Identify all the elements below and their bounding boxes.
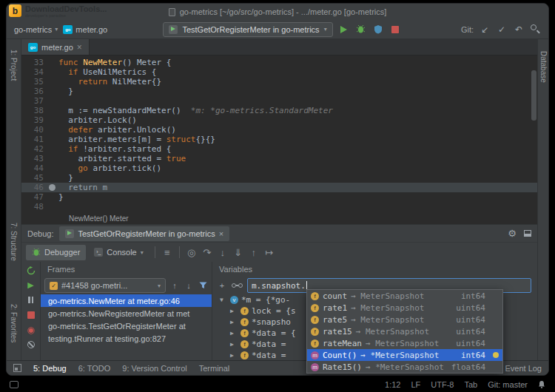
chevron-right-icon[interactable]: ▶ bbox=[230, 352, 238, 359]
chevron-right-icon[interactable]: ▶ bbox=[230, 319, 238, 325]
gutter[interactable] bbox=[47, 163, 58, 173]
gutter[interactable] bbox=[47, 58, 58, 67]
gutter[interactable] bbox=[47, 96, 58, 106]
completion-item[interactable]: mRate15()→ *MeterSnapshotfloat64 bbox=[307, 361, 502, 373]
breakpoint-dot[interactable] bbox=[49, 184, 56, 191]
gutter[interactable] bbox=[47, 106, 58, 115]
line-number[interactable]: 46 bbox=[21, 183, 47, 192]
search-everywhere-icon[interactable] bbox=[530, 24, 541, 35]
chevron-right-icon[interactable]: ▶ bbox=[230, 330, 238, 337]
thread-dropdown[interactable]: ✓ #41458 go-metri... ▾ bbox=[44, 278, 166, 293]
tool-window-button[interactable]: Terminal bbox=[199, 364, 230, 373]
show-execution-point-icon[interactable]: ◎ bbox=[185, 246, 198, 259]
step-over-icon[interactable]: ↷ bbox=[201, 246, 214, 259]
close-icon[interactable]: × bbox=[219, 229, 223, 238]
tool-window-button[interactable]: 5: Debug bbox=[33, 364, 67, 373]
code-line[interactable]: 48 bbox=[21, 202, 537, 212]
title-bar[interactable]: b DownloadDevTools... developer's paradi… bbox=[7, 4, 548, 20]
tool-window-button[interactable]: 6: TODO bbox=[78, 364, 111, 373]
line-number[interactable]: 43 bbox=[21, 154, 47, 163]
line-number[interactable]: 47 bbox=[21, 192, 47, 202]
line-number[interactable]: 38 bbox=[21, 106, 47, 115]
gutter[interactable] bbox=[47, 77, 58, 87]
gutter[interactable] bbox=[47, 67, 58, 77]
status-widget[interactable]: Tab bbox=[464, 380, 477, 389]
step-out-icon[interactable]: ↑ bbox=[247, 246, 260, 259]
tool-window-button[interactable]: Event Log bbox=[505, 364, 542, 373]
code-line[interactable]: 37 bbox=[21, 96, 537, 106]
line-number[interactable]: 33 bbox=[21, 58, 47, 67]
completion-item[interactable]: frate15→ MeterSnapshotuint64 bbox=[307, 325, 502, 337]
line-number[interactable]: 34 bbox=[21, 67, 47, 77]
code-line[interactable]: 41 arbiter.meters[m] = struct{}{} bbox=[21, 135, 537, 144]
code-line[interactable]: 34 if UseNilMetrics { bbox=[21, 67, 537, 77]
layout-settings-icon[interactable]: ≡ bbox=[161, 246, 174, 259]
filter-frames-icon[interactable] bbox=[198, 280, 208, 291]
debug-button[interactable] bbox=[355, 24, 367, 36]
frame-item[interactable]: go-metrics.NewMeter at meter.go:46 bbox=[41, 294, 212, 307]
line-number[interactable]: 41 bbox=[21, 135, 47, 144]
gutter[interactable] bbox=[47, 125, 58, 135]
code-line[interactable]: 44 go arbiter.tick() bbox=[21, 163, 537, 173]
gutter[interactable] bbox=[47, 173, 58, 183]
stop-button[interactable] bbox=[389, 24, 401, 36]
breadcrumb[interactable]: NewMeter() Meter bbox=[21, 212, 537, 224]
code-line[interactable]: 33func NewMeter() Meter { bbox=[21, 58, 537, 67]
code-line[interactable]: 38 m := newStandardMeter() *m: *go-metri… bbox=[21, 106, 537, 115]
code-line[interactable]: 45 } bbox=[21, 173, 537, 183]
gutter[interactable] bbox=[47, 87, 58, 96]
gutter[interactable] bbox=[47, 202, 58, 212]
line-number[interactable]: 40 bbox=[21, 125, 47, 135]
gutter[interactable] bbox=[47, 144, 58, 154]
nav-breadcrumb-file[interactable]: go meter.go bbox=[63, 25, 107, 34]
stop-icon[interactable] bbox=[25, 309, 37, 320]
code-line[interactable]: 43 arbiter.started = true bbox=[21, 154, 537, 163]
completion-item[interactable]: frate5→ MeterSnapshotuint64 bbox=[307, 314, 502, 325]
gutter[interactable] bbox=[47, 192, 58, 202]
completion-item[interactable]: fcount→ MeterSnapshotint64 bbox=[307, 290, 502, 302]
gutter[interactable] bbox=[47, 115, 58, 125]
hide-panel-icon[interactable] bbox=[524, 230, 531, 237]
line-number[interactable]: 45 bbox=[21, 173, 47, 183]
code-line[interactable]: 39 arbiter.Lock() bbox=[21, 115, 537, 125]
code-line[interactable]: 36 } bbox=[21, 87, 537, 96]
tool-window-switcher-icon[interactable] bbox=[13, 364, 21, 372]
line-number[interactable]: 39 bbox=[21, 115, 47, 125]
rollback-icon[interactable]: ↶ bbox=[513, 23, 525, 36]
status-widget[interactable]: LF bbox=[411, 380, 420, 389]
code-line[interactable]: 47} bbox=[21, 192, 537, 202]
frame-item[interactable]: testing.tRunner at testing.go:827 bbox=[41, 332, 212, 345]
completion-item[interactable]: mCount()→ *MeterSnapshotint64 bbox=[307, 349, 502, 361]
frame-item[interactable]: go-metrics.TestGetOrRegisterMeter at bbox=[41, 320, 212, 332]
gear-icon[interactable]: ⚙ bbox=[508, 228, 517, 239]
status-widget[interactable]: 1:12 bbox=[385, 380, 400, 389]
step-into-icon[interactable]: ↓ bbox=[216, 246, 229, 259]
tool-button-database[interactable]: Database bbox=[539, 51, 548, 83]
editor-tab-meter-go[interactable]: go meter.go × bbox=[21, 39, 90, 55]
completion-item[interactable]: frateMean→ MeterSnapshotuint64 bbox=[307, 337, 502, 349]
run-to-cursor-icon[interactable]: ↦ bbox=[263, 246, 276, 259]
force-step-into-icon[interactable]: ⇓ bbox=[232, 246, 245, 259]
code-line[interactable]: 40 defer arbiter.Unlock() bbox=[21, 125, 537, 135]
run-config-selector[interactable]: TestGetOrRegisterMeter in go-metrics ▾ bbox=[163, 22, 332, 37]
code-line[interactable]: 35 return NilMeter{} bbox=[21, 77, 537, 87]
tab-debugger[interactable]: Debugger bbox=[26, 245, 86, 260]
close-icon[interactable]: × bbox=[77, 42, 82, 53]
code-line[interactable]: 42 if !arbiter.started { bbox=[21, 144, 537, 154]
tool-button-favorites[interactable]: 2: Favorites bbox=[10, 304, 18, 342]
notifications-bell-icon[interactable] bbox=[538, 380, 545, 389]
line-number[interactable]: 35 bbox=[21, 77, 47, 87]
line-number[interactable]: 36 bbox=[21, 87, 47, 96]
line-number[interactable]: 44 bbox=[21, 163, 47, 173]
quick-access-icon[interactable] bbox=[10, 381, 18, 388]
chevron-right-icon[interactable]: ▶ bbox=[230, 341, 238, 348]
code-line[interactable]: 46 return m bbox=[21, 183, 537, 192]
commit-icon[interactable]: ✓ bbox=[496, 23, 508, 36]
code-editor[interactable]: 33func NewMeter() Meter {34 if UseNilMet… bbox=[21, 55, 537, 212]
completion-item[interactable]: frate1→ MeterSnapshotuint64 bbox=[307, 302, 502, 314]
next-frame-icon[interactable]: ↓ bbox=[184, 280, 194, 291]
view-breakpoints-icon[interactable]: ◉ bbox=[25, 324, 37, 335]
line-number[interactable]: 48 bbox=[21, 202, 47, 212]
gutter[interactable] bbox=[47, 135, 58, 144]
tab-console[interactable]: ›_ Console ▾ bbox=[88, 245, 149, 260]
